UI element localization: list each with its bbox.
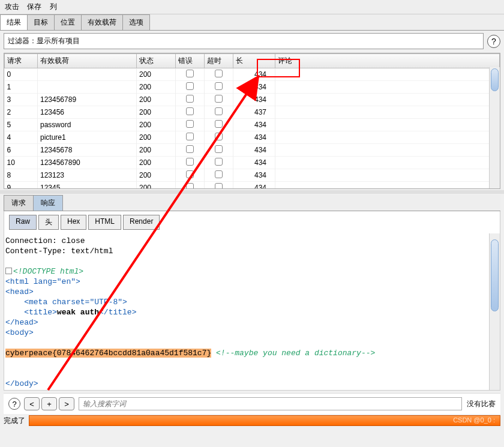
cell-request: 9: [5, 182, 38, 190]
watermark: CSDN @0_0 :: [453, 416, 495, 424]
cell-request: 4: [5, 131, 38, 144]
col-status[interactable]: 状态: [137, 54, 176, 68]
cell-timeout: [205, 81, 233, 94]
col-timeout[interactable]: 超时: [205, 54, 233, 68]
table-row[interactable]: 2123456200437: [5, 106, 500, 119]
tab-payloads[interactable]: 有效载荷: [81, 14, 123, 30]
cell-error: [176, 144, 205, 157]
cell-request: 10: [5, 157, 38, 169]
tab-results[interactable]: 结果: [0, 14, 28, 30]
cell-comment: [275, 68, 500, 81]
table-row[interactable]: 0200434: [5, 68, 500, 81]
cell-comment: [275, 81, 500, 94]
cell-payload: 123456789: [38, 94, 137, 106]
code-title-text: weak auth: [57, 308, 99, 317]
filter-label: 过滤器：: [8, 37, 37, 45]
tab-target[interactable]: 目标: [27, 14, 55, 30]
col-error[interactable]: 错误: [176, 54, 205, 68]
tab-position[interactable]: 位置: [54, 14, 82, 30]
filter-text: 显示所有项目: [37, 37, 80, 45]
search-bar: ? < + > 没有比赛: [4, 393, 500, 414]
filter-box[interactable]: 过滤器：显示所有项目: [4, 33, 484, 49]
table-row[interactable]: 912345200434: [5, 182, 500, 190]
table-row[interactable]: 5password200434: [5, 119, 500, 131]
splitter[interactable]: [0, 190, 504, 194]
cell-error: [176, 157, 205, 169]
checkbox-icon: [215, 120, 223, 128]
table-row[interactable]: 612345678200434: [5, 144, 500, 157]
cell-length: 434: [233, 182, 275, 190]
cell-status: 200: [137, 81, 176, 94]
code-body-close: </body>: [5, 379, 38, 388]
checkbox-icon: [186, 145, 194, 153]
cell-status: 200: [137, 131, 176, 144]
search-add-button[interactable]: +: [41, 397, 57, 410]
code-line: Content-Type: text/html: [5, 247, 113, 256]
cell-status: 200: [137, 106, 176, 119]
checkbox-icon: [215, 82, 223, 90]
cell-comment: [275, 131, 500, 144]
checkbox-icon: [186, 107, 194, 115]
detail-tab-bar: 请求 响应: [4, 195, 500, 211]
table-row[interactable]: 101234567890200434: [5, 157, 500, 169]
tab-options[interactable]: 选项: [122, 14, 150, 30]
table-row[interactable]: 3123456789200434: [5, 94, 500, 106]
cell-comment: [275, 182, 500, 190]
cell-status: 200: [137, 94, 176, 106]
cell-status: 200: [137, 182, 176, 190]
cell-status: 200: [137, 68, 176, 81]
cell-comment: [275, 157, 500, 169]
cell-timeout: [205, 68, 233, 81]
format-html[interactable]: HTML: [88, 215, 121, 230]
menu-attack[interactable]: 攻击: [5, 2, 19, 11]
search-input[interactable]: [79, 397, 462, 410]
cell-payload: [38, 68, 137, 81]
cell-status: 200: [137, 144, 176, 157]
cell-request: 5: [5, 119, 38, 131]
col-comment[interactable]: 评论: [275, 54, 500, 68]
checkbox-icon: [186, 158, 194, 166]
table-scrollbar[interactable]: [489, 67, 500, 188]
table-row[interactable]: 8123123200434: [5, 169, 500, 182]
search-help-icon[interactable]: ?: [8, 398, 20, 410]
table-row[interactable]: 4picture1200434: [5, 131, 500, 144]
format-hex[interactable]: Hex: [61, 215, 86, 230]
cell-timeout: [205, 119, 233, 131]
menu-columns[interactable]: 列: [50, 2, 57, 11]
cell-timeout: [205, 131, 233, 144]
cell-payload: picture1: [38, 131, 137, 144]
tab-request[interactable]: 请求: [4, 195, 34, 211]
cell-length: 434: [233, 169, 275, 182]
col-request[interactable]: 请求: [5, 54, 38, 68]
cell-error: [176, 106, 205, 119]
search-prev-button[interactable]: <: [24, 397, 40, 410]
cell-length: 434: [233, 81, 275, 94]
menu-bar: 攻击 保存 列: [0, 0, 504, 14]
code-title-open: <title>: [5, 308, 57, 317]
col-payload[interactable]: 有效载荷: [38, 54, 137, 68]
format-tab-bar: Raw 头 Hex HTML Render: [4, 211, 500, 233]
help-icon[interactable]: ?: [487, 35, 500, 48]
annotation-red-box: [257, 59, 300, 77]
checkbox-icon: [215, 145, 223, 153]
cell-error: [176, 182, 205, 190]
tab-response[interactable]: 响应: [33, 195, 63, 211]
format-render[interactable]: Render: [123, 215, 160, 230]
format-raw[interactable]: Raw: [9, 215, 37, 230]
response-body[interactable]: Connection: close Content-Type: text/htm…: [4, 233, 500, 391]
code-head-open: <head>: [5, 287, 34, 296]
cell-payload: [38, 81, 137, 94]
cell-error: [176, 131, 205, 144]
table-row[interactable]: 1200434: [5, 81, 500, 94]
cell-timeout: [205, 182, 233, 190]
checkbox-icon: [215, 170, 223, 178]
cell-payload: 12345: [38, 182, 137, 190]
code-scrollbar[interactable]: [489, 233, 500, 390]
cell-error: [176, 68, 205, 81]
cell-timeout: [205, 106, 233, 119]
menu-save[interactable]: 保存: [27, 2, 41, 11]
cell-comment: [275, 144, 500, 157]
checkbox-icon: [215, 70, 223, 77]
search-next-button[interactable]: >: [59, 397, 74, 410]
format-headers[interactable]: 头: [38, 215, 59, 230]
